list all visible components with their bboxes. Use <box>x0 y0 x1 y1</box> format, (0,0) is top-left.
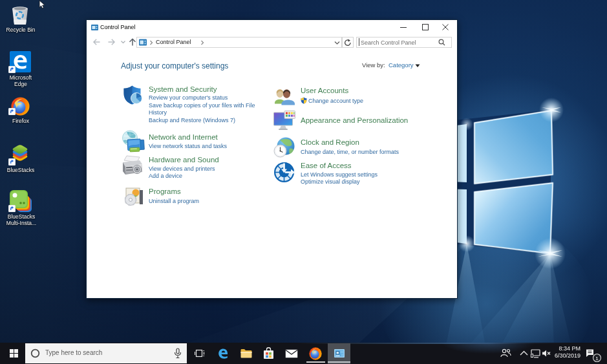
svg-text:1: 1 <box>595 356 599 361</box>
